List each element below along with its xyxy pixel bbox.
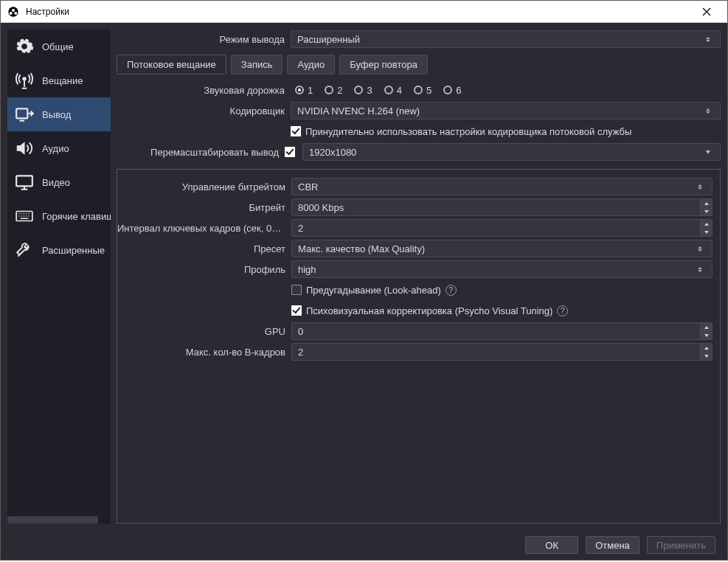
bframes-spinbox[interactable]: 2 (291, 343, 713, 361)
cancel-button[interactable]: Отмена (586, 536, 639, 554)
bitrate-row: Битрейт 8000 Kbps (117, 198, 713, 217)
svg-point-3 (14, 12, 17, 15)
audio-track-row: Звуковая дорожка 1 2 3 4 5 6 (117, 80, 721, 100)
enforce-label: Принудительно использовать настройки код… (305, 126, 631, 137)
tab-audio[interactable]: Аудио (287, 55, 335, 74)
bitrate-value: 8000 Kbps (298, 202, 700, 213)
keyint-row: Интервал ключевых кадров (сек, 0=авто) 2 (117, 218, 713, 237)
svg-rect-5 (16, 108, 27, 118)
audio-track-5[interactable]: 5 (414, 85, 431, 96)
preset-label: Пресет (117, 243, 291, 254)
enforce-row: Принудительно использовать настройки код… (117, 122, 721, 141)
sidebar-item-label: Общие (42, 41, 74, 52)
psycho-label: Психовизуальная корректировка (Psycho Vi… (306, 305, 552, 316)
help-icon[interactable]: ? (446, 285, 457, 296)
svg-rect-6 (16, 176, 32, 186)
svg-point-1 (12, 9, 15, 12)
profile-value: high (298, 264, 316, 275)
encoder-select[interactable]: NVIDIA NVENC H.264 (new) (291, 102, 721, 119)
keyint-spinbox[interactable]: 2 (291, 219, 713, 237)
apply-button[interactable]: Применить (647, 536, 715, 554)
help-icon[interactable]: ? (557, 305, 568, 316)
tab-replay-buffer[interactable]: Буфер повтора (339, 55, 428, 74)
bframes-label: Макс. кол-во B-кадров (117, 347, 291, 358)
output-mode-row: Режим вывода Расширенный (117, 30, 721, 49)
sidebar-item-stream[interactable]: Вещание (7, 63, 111, 97)
sidebar-item-label: Горячие клавиши (42, 211, 111, 222)
audio-track-2[interactable]: 2 (325, 85, 342, 96)
gpu-value: 0 (298, 326, 700, 337)
audio-track-label: Звуковая дорожка (117, 85, 291, 96)
tab-streaming[interactable]: Потоковое вещание (117, 55, 226, 74)
down-arrow-icon[interactable] (701, 228, 712, 236)
sidebar-item-advanced[interactable]: Расширенные (7, 233, 111, 267)
sidebar-item-audio[interactable]: Аудио (7, 131, 111, 165)
encoder-value: NVIDIA NVENC H.264 (new) (297, 105, 420, 117)
sidebar-item-hotkeys[interactable]: Горячие клавиши (7, 199, 111, 233)
app-icon (7, 5, 20, 18)
up-arrow-icon[interactable] (701, 344, 712, 352)
ok-button[interactable]: ОК (525, 536, 578, 554)
bitrate-spinbox[interactable]: 8000 Kbps (291, 198, 713, 216)
rate-control-select[interactable]: CBR (291, 178, 713, 195)
monitor-icon (14, 172, 35, 192)
audio-track-1[interactable]: 1 (295, 85, 313, 96)
tab-recording[interactable]: Запись (231, 55, 283, 74)
broadcast-icon (14, 70, 35, 91)
sidebar: Общие Вещание Вывод Аудио (7, 30, 111, 524)
gear-icon (14, 36, 35, 57)
svg-point-4 (23, 77, 26, 80)
bframes-row: Макс. кол-во B-кадров 2 (117, 342, 713, 361)
encoder-settings-group: Управление битрейтом CBR Битрейт 8000 Kb… (117, 169, 721, 524)
lookahead-checkbox[interactable] (291, 285, 302, 295)
enforce-checkbox[interactable] (291, 126, 301, 136)
preset-select[interactable]: Макс. качество (Max Quality) (291, 240, 713, 257)
sidebar-item-output[interactable]: Вывод (7, 97, 111, 131)
psycho-checkbox[interactable] (291, 305, 302, 316)
up-arrow-icon[interactable] (701, 220, 712, 228)
sidebar-item-label: Видео (42, 177, 70, 188)
sidebar-scrollbar[interactable] (7, 516, 111, 524)
rescale-select[interactable]: 1920x1080 (302, 143, 721, 161)
preset-value: Макс. качество (Max Quality) (298, 243, 425, 254)
up-arrow-icon[interactable] (701, 199, 712, 207)
sidebar-item-label: Расширенные (42, 245, 105, 256)
lookahead-label: Предугадывание (Look-ahead) (306, 285, 441, 296)
rescale-checkbox[interactable] (285, 147, 295, 157)
profile-row: Профиль high (117, 260, 713, 279)
output-mode-select[interactable]: Расширенный (291, 30, 721, 48)
preset-row: Пресет Макс. качество (Max Quality) (117, 239, 713, 258)
bitrate-label: Битрейт (117, 202, 291, 213)
rescale-row: Перемасштабировать вывод 1920x1080 (117, 142, 721, 162)
tools-icon (14, 240, 35, 260)
sidebar-item-general[interactable]: Общие (7, 30, 111, 63)
keyboard-icon (14, 206, 35, 226)
down-arrow-icon[interactable] (701, 352, 712, 360)
down-arrow-icon[interactable] (701, 331, 712, 339)
close-button[interactable] (692, 1, 721, 22)
output-mode-label: Режим вывода (117, 34, 291, 45)
content-area: Общие Вещание Вывод Аудио (1, 23, 727, 530)
rate-control-row: Управление битрейтом CBR (117, 177, 713, 196)
audio-track-3[interactable]: 3 (354, 85, 372, 96)
sidebar-item-label: Аудио (42, 143, 69, 154)
keyint-label: Интервал ключевых кадров (сек, 0=авто) (117, 223, 291, 234)
audio-track-6[interactable]: 6 (443, 85, 461, 96)
up-arrow-icon[interactable] (701, 323, 712, 331)
sidebar-item-label: Вывод (42, 109, 71, 120)
svg-point-2 (10, 12, 13, 15)
rescale-value: 1920x1080 (309, 147, 356, 158)
sidebar-item-video[interactable]: Видео (7, 165, 111, 199)
lookahead-row: Предугадывание (Look-ahead) ? (117, 280, 713, 299)
down-arrow-icon[interactable] (701, 207, 712, 215)
output-mode-value: Расширенный (297, 34, 360, 45)
speaker-icon (14, 138, 35, 159)
profile-select[interactable]: high (291, 260, 713, 278)
gpu-spinbox[interactable]: 0 (291, 322, 713, 340)
output-tabs: Потоковое вещание Запись Аудио Буфер пов… (117, 55, 721, 74)
gpu-label: GPU (117, 326, 291, 337)
rate-control-label: Управление битрейтом (117, 181, 291, 192)
audio-track-4[interactable]: 4 (384, 85, 402, 96)
sidebar-item-label: Вещание (42, 75, 83, 86)
audio-track-radios: 1 2 3 4 5 6 (291, 85, 721, 96)
